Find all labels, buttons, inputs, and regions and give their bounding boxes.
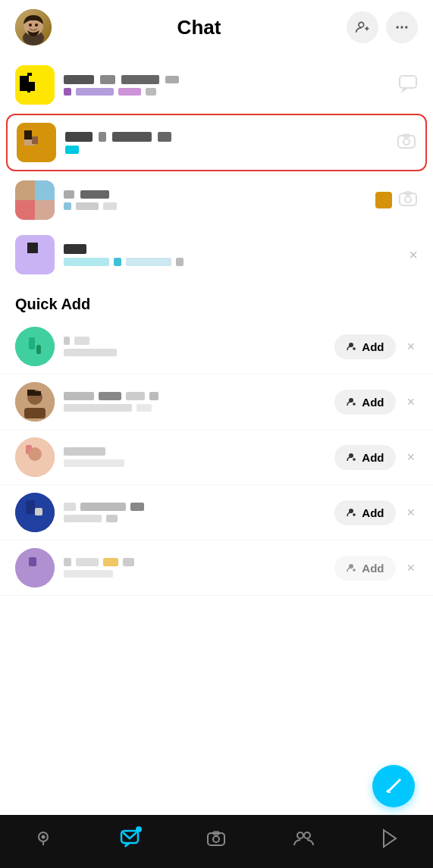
add-friend-button[interactable]: Add <box>334 556 396 581</box>
chat-nav-icon <box>119 828 140 849</box>
header-actions <box>347 11 418 43</box>
svg-point-2 <box>29 24 32 27</box>
qa-avatar <box>15 327 55 366</box>
qa-avatar <box>15 382 55 421</box>
svg-rect-28 <box>15 235 55 274</box>
svg-rect-19 <box>24 130 32 139</box>
chat-avatar <box>15 65 55 105</box>
svg-rect-15 <box>30 82 33 89</box>
friends-icon <box>293 828 314 849</box>
camera-icon <box>398 189 418 212</box>
svg-point-69 <box>304 832 310 838</box>
dismiss-icon[interactable]: × <box>403 336 418 358</box>
dismiss-icon[interactable]: × <box>403 502 418 524</box>
qa-info <box>64 503 334 522</box>
dismiss-icon[interactable]: × <box>403 447 418 468</box>
svg-rect-21 <box>32 136 38 144</box>
add-friend-button[interactable]: Add <box>334 445 396 470</box>
map-icon <box>33 828 54 849</box>
dismiss-icon[interactable]: × <box>403 557 418 579</box>
svg-rect-13 <box>21 82 24 88</box>
camera-nav-icon <box>206 828 227 849</box>
svg-rect-16 <box>27 89 30 92</box>
svg-rect-38 <box>24 408 45 418</box>
close-icon[interactable]: × <box>409 246 418 264</box>
svg-rect-52 <box>35 508 42 515</box>
svg-point-9 <box>405 26 407 28</box>
svg-rect-14 <box>24 86 30 91</box>
qa-info <box>64 337 334 356</box>
svg-rect-32 <box>36 345 41 354</box>
svg-point-8 <box>400 26 403 28</box>
new-chat-fab[interactable] <box>372 765 415 807</box>
svg-point-68 <box>297 832 303 838</box>
nav-map[interactable] <box>33 828 54 849</box>
quick-add-list: Add × <box>0 319 433 596</box>
svg-rect-57 <box>29 557 36 566</box>
qa-info <box>64 558 334 578</box>
user-avatar[interactable] <box>15 9 52 45</box>
chat-avatar <box>15 180 55 220</box>
chat-info <box>64 244 409 266</box>
quick-add-title: Quick Add <box>0 285 433 319</box>
add-friend-button[interactable]: Add <box>334 334 396 359</box>
svg-point-66 <box>213 836 219 842</box>
chat-notification-dot <box>136 826 142 832</box>
chat-item[interactable]: × <box>0 227 433 282</box>
qa-info <box>64 392 334 412</box>
nav-camera[interactable] <box>206 828 227 849</box>
svg-rect-31 <box>29 337 35 349</box>
chat-item-selected[interactable] <box>6 114 427 171</box>
svg-point-7 <box>397 26 399 28</box>
svg-rect-40 <box>35 391 41 396</box>
add-friend-button[interactable]: Add <box>334 390 396 415</box>
chat-avatar <box>17 123 56 162</box>
quick-add-item[interactable]: Add × <box>0 485 433 541</box>
add-friend-button[interactable] <box>347 11 378 43</box>
qa-info <box>64 447 334 467</box>
svg-point-4 <box>359 22 364 27</box>
svg-rect-17 <box>400 76 416 88</box>
chat-avatar <box>15 235 55 274</box>
nav-chat[interactable] <box>119 828 140 849</box>
svg-point-3 <box>35 24 38 27</box>
gold-thumbnail <box>375 192 392 208</box>
chat-item[interactable] <box>0 58 433 112</box>
chat-item[interactable] <box>0 173 433 227</box>
svg-rect-10 <box>15 65 55 105</box>
svg-rect-11 <box>21 76 27 82</box>
svg-point-56 <box>15 548 55 588</box>
chat-info <box>65 132 397 154</box>
svg-rect-51 <box>26 500 35 514</box>
svg-point-26 <box>405 196 411 202</box>
svg-point-46 <box>28 447 42 461</box>
quick-add-item[interactable]: Add × <box>0 430 433 485</box>
camera-icon <box>397 131 416 154</box>
svg-rect-12 <box>27 73 32 76</box>
svg-rect-39 <box>27 390 35 396</box>
svg-point-63 <box>42 835 45 839</box>
chat-info <box>64 190 375 210</box>
qa-avatar <box>15 548 55 588</box>
play-icon <box>379 828 400 849</box>
quick-add-item[interactable]: Add × <box>0 374 433 430</box>
header: Chat <box>0 0 433 55</box>
svg-rect-29 <box>27 243 38 253</box>
qa-avatar <box>15 437 55 477</box>
add-friend-button[interactable]: Add <box>334 500 396 525</box>
svg-point-23 <box>403 139 409 145</box>
chat-list: × <box>0 55 433 285</box>
chat-bubble-icon <box>398 74 418 96</box>
nav-friends[interactable] <box>293 828 314 849</box>
bottom-nav <box>0 815 433 868</box>
quick-add-item[interactable]: Add × <box>0 541 433 596</box>
more-options-button[interactable] <box>386 11 418 43</box>
chat-info <box>64 75 398 96</box>
qa-avatar <box>15 493 55 532</box>
quick-add-item[interactable]: Add × <box>0 319 433 374</box>
nav-spotlight[interactable] <box>379 828 400 849</box>
dismiss-icon[interactable]: × <box>403 391 418 413</box>
page-title: Chat <box>177 16 221 39</box>
